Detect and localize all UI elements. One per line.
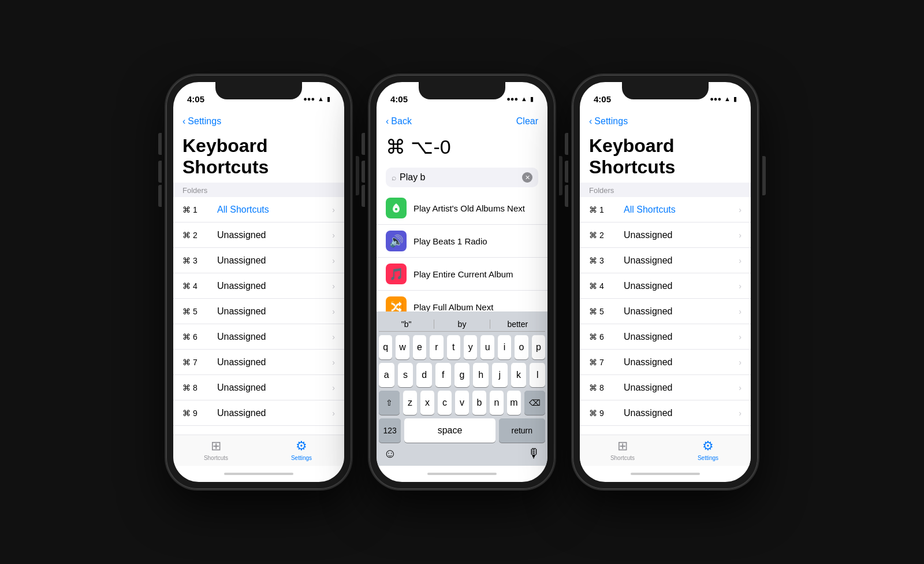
list-item[interactable]: ⌘ 4 Unassigned ›	[580, 273, 751, 299]
key-c[interactable]: c	[438, 391, 452, 415]
chevron-right-icon: ›	[332, 205, 335, 214]
shortcut-key: ⌘ 4	[182, 281, 217, 291]
key-z[interactable]: z	[403, 391, 417, 415]
result-item[interactable]: 🎵 Play Entire Current Album	[377, 258, 547, 291]
key-e[interactable]: e	[413, 335, 426, 359]
scroll-area[interactable]: Folders ⌘ 1 All Shortcuts › ⌘ 2 Unassign…	[580, 183, 751, 435]
list-item[interactable]: ⌘ 0 Unassigned ›	[173, 426, 344, 435]
list-item[interactable]: ⌘ 3 Unassigned ›	[580, 248, 751, 273]
shortcut-key: ⌘ 5	[589, 307, 624, 316]
shortcut-key: ⌘ 4	[589, 281, 624, 291]
shortcut-key: ⌘ 6	[589, 332, 624, 342]
chevron-right-icon: ›	[739, 358, 742, 367]
list-item[interactable]: ⌘ 1 All Shortcuts ›	[580, 197, 751, 222]
chevron-left-icon: ‹	[182, 116, 185, 127]
key-p[interactable]: p	[532, 335, 545, 359]
search-bar[interactable]: ⌕ Play b ✕	[386, 168, 538, 187]
backspace-key[interactable]: ⌫	[524, 391, 545, 415]
signal-icon: ●●●	[303, 95, 315, 102]
chevron-right-icon: ›	[739, 307, 742, 316]
tab-bar: ⊞ Shortcuts ⚙ Settings	[173, 435, 344, 466]
key-q[interactable]: q	[379, 335, 392, 359]
emoji-icon[interactable]: ☺	[383, 446, 396, 461]
key-r[interactable]: r	[430, 335, 443, 359]
key-v[interactable]: v	[455, 391, 469, 415]
key-i[interactable]: i	[498, 335, 511, 359]
home-indicator	[377, 466, 547, 482]
list-item[interactable]: ⌘ 3 Unassigned ›	[173, 248, 344, 273]
tab-settings[interactable]: ⚙ Settings	[259, 439, 344, 461]
key-s[interactable]: s	[398, 363, 413, 387]
list-item[interactable]: ⌘ 6 Unassigned ›	[580, 324, 751, 350]
space-key[interactable]: space	[404, 418, 495, 443]
return-key[interactable]: return	[499, 418, 545, 443]
item-label: Unassigned	[624, 306, 739, 317]
list-item[interactable]: ⌘ 8 Unassigned ›	[173, 375, 344, 400]
app-icon: 🔀	[386, 296, 407, 311]
key-h[interactable]: h	[473, 363, 489, 387]
list-item[interactable]: ⌘ 0 Unassigned ›	[580, 426, 751, 435]
key-n[interactable]: n	[490, 391, 504, 415]
suggestion-item[interactable]: "b"	[379, 320, 434, 329]
list-item[interactable]: ⌘ 6 Unassigned ›	[173, 324, 344, 350]
suggestion-item[interactable]: by	[434, 320, 490, 329]
key-y[interactable]: y	[464, 335, 477, 359]
back-button[interactable]: ‹ Back	[386, 116, 412, 127]
key-d[interactable]: d	[416, 363, 432, 387]
keyboard[interactable]: "b" by better q w e r t y u i o p	[377, 311, 547, 466]
tab-shortcuts[interactable]: ⊞ Shortcuts	[173, 439, 259, 461]
status-icons: ●●● ▲ ▮	[506, 95, 534, 103]
chevron-right-icon: ›	[739, 409, 742, 418]
key-g[interactable]: g	[454, 363, 470, 387]
key-o[interactable]: o	[515, 335, 528, 359]
key-l[interactable]: l	[530, 363, 545, 387]
shortcuts-tab-label: Shortcuts	[204, 455, 228, 461]
suggestion-item[interactable]: better	[490, 320, 545, 329]
key-j[interactable]: j	[492, 363, 508, 387]
shortcut-key: ⌘ 6	[182, 332, 217, 342]
search-input[interactable]: Play b	[400, 172, 519, 183]
result-item[interactable]: 🔀 Play Full Album Next	[377, 291, 547, 311]
key-m[interactable]: m	[507, 391, 521, 415]
key-k[interactable]: k	[511, 363, 527, 387]
list-item[interactable]: ⌘ 2 Unassigned ›	[173, 222, 344, 248]
section-header-folders: Folders	[173, 183, 344, 197]
folders-list: ⌘ 1 All Shortcuts › ⌘ 2 Unassigned › ⌘ 3…	[173, 197, 344, 435]
shortcuts-tab-label: Shortcuts	[610, 455, 635, 461]
list-item[interactable]: ⌘ 7 Unassigned ›	[580, 350, 751, 375]
key-b[interactable]: b	[472, 391, 486, 415]
keyboard-row-qwerty: q w e r t y u i o p	[379, 335, 545, 359]
list-item[interactable]: ⌘ 5 Unassigned ›	[580, 299, 751, 324]
list-item[interactable]: ⌘ 4 Unassigned ›	[173, 273, 344, 299]
result-item[interactable]: Play Artist's Old Albums Next	[377, 192, 547, 225]
back-button[interactable]: ‹ Settings	[589, 116, 628, 127]
key-w[interactable]: w	[396, 335, 409, 359]
key-u[interactable]: u	[480, 335, 494, 359]
key-f[interactable]: f	[435, 363, 451, 387]
shortcut-key: ⌘ 9	[182, 409, 217, 418]
list-item[interactable]: ⌘ 8 Unassigned ›	[580, 375, 751, 400]
item-label: Unassigned	[624, 383, 739, 393]
list-item[interactable]: ⌘ 7 Unassigned ›	[173, 350, 344, 375]
tab-settings[interactable]: ⚙ Settings	[665, 439, 751, 461]
item-label: Unassigned	[624, 408, 739, 418]
tab-shortcuts[interactable]: ⊞ Shortcuts	[580, 439, 665, 461]
shortcut-key: ⌘ 5	[182, 307, 217, 316]
search-clear-button[interactable]: ✕	[522, 172, 532, 183]
list-item[interactable]: ⌘ 2 Unassigned ›	[580, 222, 751, 248]
back-button[interactable]: ‹ Settings	[182, 116, 221, 127]
number-key[interactable]: 123	[379, 418, 401, 443]
key-a[interactable]: a	[379, 363, 394, 387]
mic-icon[interactable]: 🎙	[528, 446, 541, 461]
shift-key[interactable]: ⇧	[379, 391, 400, 415]
result-item[interactable]: 🔊 Play Beats 1 Radio	[377, 225, 547, 258]
list-item[interactable]: ⌘ 9 Unassigned ›	[580, 400, 751, 426]
key-x[interactable]: x	[420, 391, 434, 415]
scroll-area[interactable]: Folders ⌘ 1 All Shortcuts › ⌘ 2 Unassign…	[173, 183, 344, 435]
list-item[interactable]: ⌘ 1 All Shortcuts ›	[173, 197, 344, 222]
chevron-left-icon: ‹	[386, 116, 389, 127]
key-t[interactable]: t	[447, 335, 460, 359]
list-item[interactable]: ⌘ 5 Unassigned ›	[173, 299, 344, 324]
clear-button[interactable]: Clear	[516, 116, 538, 127]
list-item[interactable]: ⌘ 9 Unassigned ›	[173, 400, 344, 426]
